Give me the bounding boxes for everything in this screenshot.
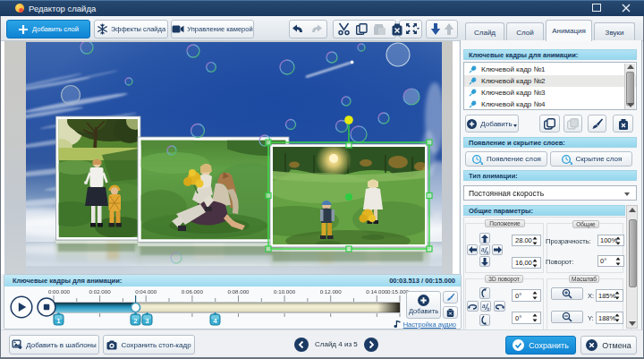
- svg-text:a: a: [481, 246, 485, 252]
- svg-text:0:06.000: 0:06.000: [182, 288, 204, 295]
- svg-text:a: a: [482, 303, 486, 309]
- svg-text:b: b: [486, 249, 488, 254]
- svg-text:0:10.000: 0:10.000: [274, 288, 296, 295]
- svg-text:0:02.000: 0:02.000: [89, 288, 112, 295]
- svg-text:0:00.000: 0:00.000: [48, 288, 71, 295]
- svg-text:1: 1: [56, 317, 60, 325]
- svg-text:0:08.000: 0:08.000: [227, 288, 250, 295]
- svg-text:b: b: [487, 305, 489, 311]
- svg-text:3: 3: [145, 317, 148, 325]
- svg-text:0:12.000: 0:12.000: [320, 288, 343, 295]
- svg-text:2: 2: [133, 317, 137, 325]
- svg-text:0:04.000: 0:04.000: [135, 288, 157, 295]
- svg-text:0:14.000: 0:14.000: [366, 288, 388, 295]
